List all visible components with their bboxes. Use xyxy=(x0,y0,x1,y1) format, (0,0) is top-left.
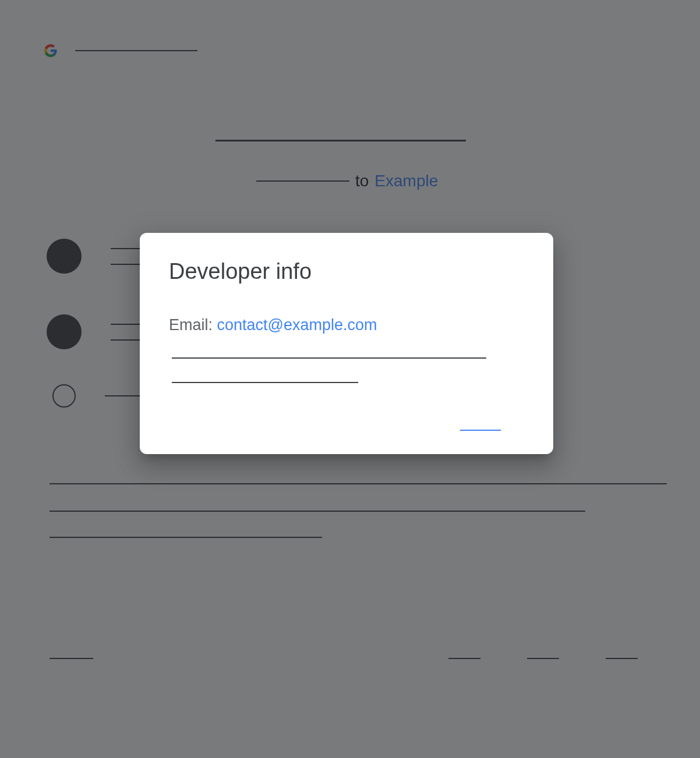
dialog-text-placeholder-2 xyxy=(172,382,358,383)
email-label: Email: xyxy=(169,316,217,334)
developer-info-dialog: Developer info Email: contact@example.co… xyxy=(140,233,553,454)
dialog-title: Developer info xyxy=(169,259,524,284)
dialog-confirm-button[interactable] xyxy=(460,430,501,431)
developer-email-row: Email: contact@example.com xyxy=(169,316,524,334)
dialog-text-placeholder-1 xyxy=(172,357,486,359)
dialog-actions xyxy=(169,430,524,431)
developer-email-link[interactable]: contact@example.com xyxy=(217,316,377,334)
